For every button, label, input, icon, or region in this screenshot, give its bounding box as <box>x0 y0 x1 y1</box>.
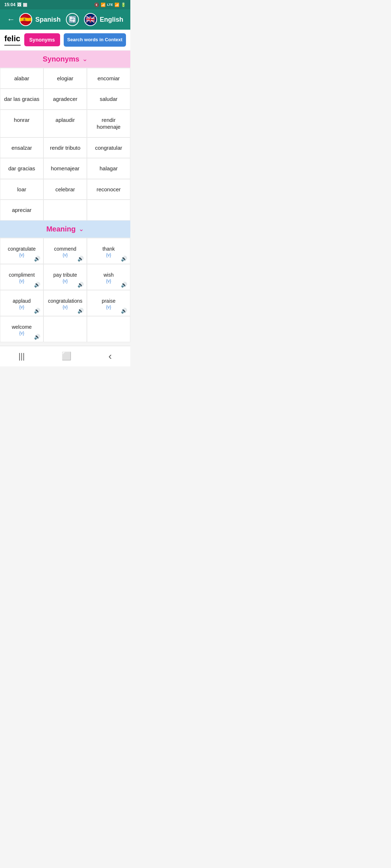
meaning-cell[interactable]: congratulate {v} 🔊 <box>0 238 43 264</box>
status-bar: 15:04 🖼 ⬜ 🔇 📶 LTE 📶 🔋 <box>0 0 130 9</box>
wifi-icon: 📶 <box>101 3 106 7</box>
time-display: 15:04 <box>4 2 16 7</box>
menu-icon: ||| <box>18 352 25 361</box>
meaning-pos: {v} <box>106 305 111 310</box>
meaning-cell[interactable]: congratulations {v} 🔊 <box>43 290 87 316</box>
synonyms-grid: alabarelogiarencomiardar las graciasagra… <box>0 68 130 221</box>
battery-icon: 🔋 <box>121 3 126 7</box>
status-time: 15:04 🖼 ⬜ <box>4 2 27 7</box>
meaning-word: welcome <box>12 324 31 330</box>
meaning-pos: {v} <box>19 331 24 336</box>
sound-icon[interactable]: 🔊 <box>34 334 40 340</box>
meaning-word: congratulations <box>48 298 83 304</box>
meaning-cell <box>87 316 130 342</box>
meaning-cell[interactable]: thank {v} 🔊 <box>87 238 130 264</box>
synonym-cell[interactable]: rendir tributo <box>43 137 87 158</box>
synonym-cell <box>43 200 87 221</box>
sound-icon[interactable]: 🔊 <box>121 308 127 314</box>
meaning-word: compliment <box>9 272 35 278</box>
sound-icon[interactable]: 🔊 <box>77 308 84 314</box>
back-nav-icon: ‹ <box>109 350 112 362</box>
source-language: Spanish <box>35 16 60 24</box>
synonym-cell[interactable]: reconocer <box>87 179 130 200</box>
navigation-bar: ||| ⬜ ‹ <box>0 346 130 366</box>
sound-icon[interactable]: 🔊 <box>77 256 84 261</box>
meaning-cell[interactable]: pay tribute {v} 🔊 <box>43 264 87 290</box>
home-button[interactable]: ⬜ <box>62 352 71 361</box>
synonym-cell[interactable]: honrar <box>0 110 43 137</box>
meaning-cell[interactable]: applaud {v} 🔊 <box>0 290 43 316</box>
sound-icon[interactable]: 🔊 <box>34 282 40 288</box>
meaning-word: congratulate <box>8 246 35 252</box>
synonym-cell[interactable]: saludar <box>87 89 130 110</box>
meaning-pos: {v} <box>19 305 24 310</box>
synonym-cell[interactable]: congratular <box>87 137 130 158</box>
meaning-pos: {v} <box>63 305 68 310</box>
synonyms-section-header[interactable]: Synonyms ⌄ <box>0 51 130 68</box>
lte-label: LTE <box>107 3 113 7</box>
meaning-pos: {v} <box>19 278 24 284</box>
synonym-cell[interactable]: homenajear <box>43 158 87 179</box>
sound-icon[interactable]: 🔊 <box>77 282 84 288</box>
sound-icon[interactable]: 🔊 <box>34 308 40 314</box>
source-flag: 🇪🇸 <box>19 13 32 26</box>
meaning-word: wish <box>104 272 114 278</box>
search-context-button[interactable]: Search words in Context <box>64 33 126 47</box>
meaning-chevron-icon: ⌄ <box>79 225 84 233</box>
target-language: English <box>100 16 123 24</box>
meaning-pos: {v} <box>106 278 111 284</box>
synonym-cell[interactable]: apreciar <box>0 200 43 221</box>
back-button[interactable]: ← <box>7 15 15 24</box>
swap-languages-button[interactable]: 🔄 <box>66 13 79 26</box>
meaning-word: applaud <box>13 298 31 304</box>
home-icon: ⬜ <box>62 352 71 361</box>
synonym-cell[interactable]: rendir homenaje <box>87 110 130 137</box>
meaning-word: thank <box>102 246 115 252</box>
back-nav-button[interactable]: ‹ <box>109 350 112 362</box>
synonym-cell[interactable]: aplaudir <box>43 110 87 137</box>
meaning-word: praise <box>102 298 115 304</box>
synonym-cell[interactable]: dar las gracias <box>0 89 43 110</box>
synonym-cell[interactable]: halagar <box>87 158 130 179</box>
synonym-cell[interactable]: elogiar <box>43 68 87 89</box>
synonym-cell[interactable]: alabar <box>0 68 43 89</box>
word-input[interactable] <box>4 34 21 46</box>
meaning-cell[interactable]: commend {v} 🔊 <box>43 238 87 264</box>
status-icons: 🔇 📶 LTE 📶 🔋 <box>94 3 126 7</box>
synonyms-button[interactable]: Synonyms <box>24 33 60 46</box>
target-flag: 🇬🇧 <box>84 13 97 26</box>
search-area: Synonyms Search words in Context <box>0 30 130 51</box>
sound-icon[interactable]: 🔊 <box>34 256 40 261</box>
synonym-cell[interactable]: agradecer <box>43 89 87 110</box>
synonym-cell <box>87 200 130 221</box>
sound-icon[interactable]: 🔊 <box>121 256 127 261</box>
meaning-cell[interactable]: praise {v} 🔊 <box>87 290 130 316</box>
meaning-label: Meaning <box>46 225 76 233</box>
synonym-cell[interactable]: celebrar <box>43 179 87 200</box>
synonym-cell[interactable]: ensalzar <box>0 137 43 158</box>
meaning-pos: {v} <box>63 252 68 258</box>
word-input-container <box>4 34 21 46</box>
synonym-cell[interactable]: dar gracias <box>0 158 43 179</box>
meaning-cell[interactable]: welcome {v} 🔊 <box>0 316 43 342</box>
meaning-word: commend <box>54 246 76 252</box>
mute-icon: 🔇 <box>94 3 99 7</box>
meaning-section-header[interactable]: Meaning ⌄ <box>0 221 130 238</box>
meaning-cell <box>43 316 87 342</box>
swap-icon: 🔄 <box>68 16 76 24</box>
synonyms-chevron-icon: ⌄ <box>82 55 88 63</box>
meaning-pos: {v} <box>63 278 68 284</box>
photo-icon: 🖼 <box>17 2 21 7</box>
synonyms-label: Synonyms <box>43 55 79 63</box>
meaning-cell[interactable]: compliment {v} 🔊 <box>0 264 43 290</box>
menu-button[interactable]: ||| <box>18 352 25 361</box>
meaning-pos: {v} <box>19 252 24 258</box>
signal-icon: 📶 <box>114 3 119 7</box>
meaning-pos: {v} <box>106 252 111 258</box>
synonym-cell[interactable]: loar <box>0 179 43 200</box>
meaning-cell[interactable]: wish {v} 🔊 <box>87 264 130 290</box>
synonym-cell[interactable]: encomiar <box>87 68 130 89</box>
meaning-grid: congratulate {v} 🔊 commend {v} 🔊 thank {… <box>0 238 130 342</box>
meaning-word: pay tribute <box>53 272 77 278</box>
sound-icon[interactable]: 🔊 <box>121 282 127 288</box>
